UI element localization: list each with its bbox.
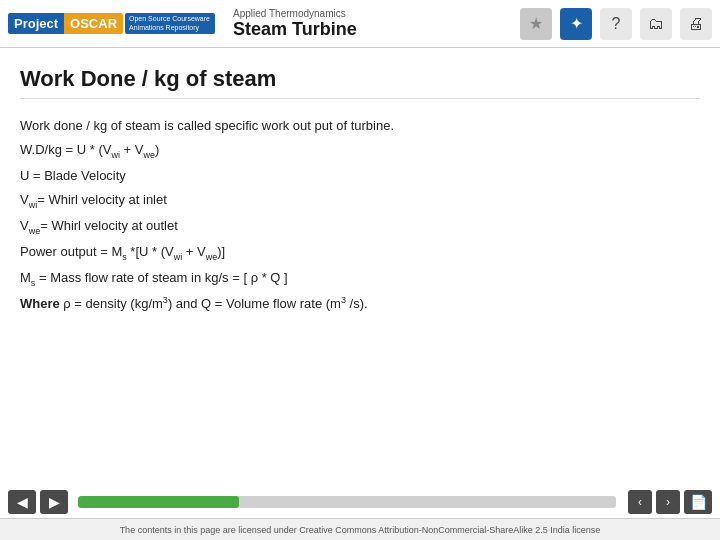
nav-arrows: ‹ ›	[628, 490, 680, 514]
arrow-left-button[interactable]: ‹	[628, 490, 652, 514]
help-button[interactable]: ?	[600, 8, 632, 40]
logo: Project OSCAR Open Source Courseware Ani…	[8, 13, 215, 34]
logo-oscar-text: OSCAR	[64, 13, 123, 34]
prev-button[interactable]: ◀	[8, 490, 36, 514]
header-title-area: Applied Thermodynamics Steam Turbine	[233, 8, 357, 40]
header-subtitle: Applied Thermodynamics	[233, 8, 357, 19]
line-8: Where ρ = density (kg/m3) and Q = Volume…	[20, 293, 700, 315]
bottom-bar: ◀ ▶ ‹ › 📄	[0, 488, 720, 516]
header-icons: ★ ✦ ? 🗂 🖨	[520, 8, 712, 40]
line-4: Vwi= Whirl velocity at inlet	[20, 189, 700, 213]
footer-text: The contents in this page are licensed u…	[120, 525, 601, 535]
line-6: Power output = Ms *[U * (Vwi + Vwe)]	[20, 241, 700, 265]
main-content: Work Done / kg of steam Work done / kg o…	[0, 48, 720, 488]
header: Project OSCAR Open Source Courseware Ani…	[0, 0, 720, 48]
document-button[interactable]: 📄	[684, 490, 712, 514]
cursor-button[interactable]: ✦	[560, 8, 592, 40]
line-1: Work done / kg of steam is called specif…	[20, 115, 700, 137]
next-button[interactable]: ▶	[40, 490, 68, 514]
line-3: U = Blade Velocity	[20, 165, 700, 187]
print-button[interactable]: 🖨	[680, 8, 712, 40]
progress-bar-fill	[78, 496, 239, 508]
briefcase-button[interactable]: 🗂	[640, 8, 672, 40]
section-title: Work Done / kg of steam	[20, 66, 700, 99]
footer: The contents in this page are licensed u…	[0, 518, 720, 540]
header-main-title: Steam Turbine	[233, 19, 357, 40]
line-2: W.D/kg = U * (Vwi + Vwe)	[20, 139, 700, 163]
star-button[interactable]: ★	[520, 8, 552, 40]
logo-project-text: Project	[8, 13, 64, 34]
line-5: Vwe= Whirl velocity at outlet	[20, 215, 700, 239]
arrow-right-button[interactable]: ›	[656, 490, 680, 514]
line-7: Ms = Mass flow rate of steam in kg/s = […	[20, 267, 700, 291]
progress-bar-container	[78, 496, 616, 508]
content-body: Work done / kg of steam is called specif…	[20, 115, 700, 315]
logo-subtitle: Open Source Courseware Animations Reposi…	[125, 13, 215, 34]
header-left: Project OSCAR Open Source Courseware Ani…	[8, 8, 357, 40]
